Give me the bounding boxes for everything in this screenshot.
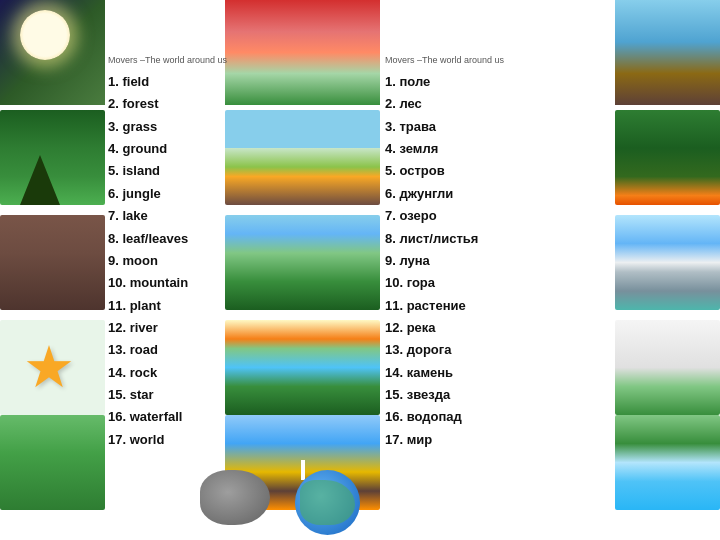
english-word-item: 14. rock: [108, 362, 223, 384]
russian-word-item: 1. поле: [385, 71, 560, 93]
english-word-item: 3. grass: [108, 116, 223, 138]
river-image: [225, 320, 380, 415]
english-word-list: 1. field2. forest3. grass4. ground5. isl…: [108, 71, 223, 451]
russian-word-panel: Movers –The world around us 1. поле2. ле…: [385, 55, 560, 451]
russian-word-item: 10. гора: [385, 272, 560, 294]
jungle-lake-image: [225, 215, 380, 310]
english-word-item: 2. forest: [108, 93, 223, 115]
english-word-item: 7. lake: [108, 205, 223, 227]
ground-image: [0, 215, 105, 310]
english-word-item: 13. road: [108, 339, 223, 361]
globe-world-image: [295, 470, 360, 535]
grass-image: [0, 415, 105, 510]
english-word-item: 12. river: [108, 317, 223, 339]
russian-word-item: 11. растение: [385, 295, 560, 317]
english-word-item: 5. island: [108, 160, 223, 182]
russian-word-item: 16. водопад: [385, 406, 560, 428]
star-image: ★: [0, 320, 105, 415]
russian-word-item: 5. остров: [385, 160, 560, 182]
left-header-label: Movers –The world around us: [108, 55, 223, 65]
russian-word-item: 7. озеро: [385, 205, 560, 227]
rock-stone-image: [200, 470, 270, 525]
parrots-jungle-image: [615, 110, 720, 205]
plant-image: [615, 320, 720, 415]
forest-image: [0, 110, 105, 205]
english-word-item: 9. moon: [108, 250, 223, 272]
russian-word-item: 9. луна: [385, 250, 560, 272]
english-word-item: 10. mountain: [108, 272, 223, 294]
english-word-item: 11. plant: [108, 295, 223, 317]
russian-word-list: 1. поле2. лес3. трава4. земля5. остров6.…: [385, 71, 560, 451]
russian-word-item: 15. звезда: [385, 384, 560, 406]
english-word-item: 16. waterfall: [108, 406, 223, 428]
russian-word-item: 4. земля: [385, 138, 560, 160]
page: ★ Movers –The world around us 1. field2.…: [0, 0, 720, 540]
moon-night-image: [0, 0, 105, 105]
russian-word-item: 6. джунгли: [385, 183, 560, 205]
russian-word-item: 3. трава: [385, 116, 560, 138]
field-image: [225, 110, 380, 205]
russian-word-item: 14. камень: [385, 362, 560, 384]
english-word-item: 1. field: [108, 71, 223, 93]
english-word-item: 17. world: [108, 429, 223, 451]
english-word-item: 8. leaf/leaves: [108, 228, 223, 250]
russian-word-item: 17. мир: [385, 429, 560, 451]
autumn-leaves-image: [225, 0, 380, 105]
russian-word-item: 8. лист/листья: [385, 228, 560, 250]
english-word-item: 4. ground: [108, 138, 223, 160]
english-word-item: 15. star: [108, 384, 223, 406]
english-word-item: 6. jungle: [108, 183, 223, 205]
russian-word-item: 2. лес: [385, 93, 560, 115]
english-word-panel: Movers –The world around us 1. field2. f…: [108, 55, 223, 451]
russian-word-item: 13. дорога: [385, 339, 560, 361]
right-header-label: Movers –The world around us: [385, 55, 560, 65]
waterfall-image: [615, 415, 720, 510]
rock-island-image: [615, 0, 720, 105]
mountain-image: [615, 215, 720, 310]
russian-word-item: 12. река: [385, 317, 560, 339]
star-icon: ★: [23, 338, 83, 398]
